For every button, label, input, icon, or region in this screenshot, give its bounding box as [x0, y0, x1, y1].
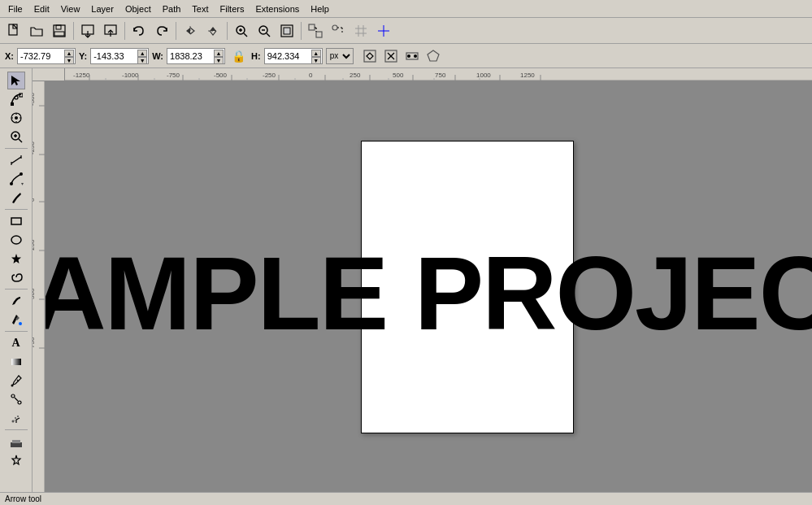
snap4-button[interactable]: [373, 20, 394, 41]
zoom-out-button[interactable]: [254, 20, 275, 41]
menu-edit[interactable]: Edit: [29, 2, 54, 15]
zoom-in-button[interactable]: [231, 20, 252, 41]
menu-filters[interactable]: Filters: [215, 2, 250, 15]
flip-h-button[interactable]: [180, 20, 201, 41]
gradient-tool[interactable]: [7, 353, 25, 371]
svg-text:1000: 1000: [476, 72, 491, 79]
w-spin-down[interactable]: ▼: [214, 57, 224, 64]
y-label: Y:: [79, 51, 87, 61]
zoom-fit-button[interactable]: [276, 20, 297, 41]
svg-line-45: [19, 139, 22, 142]
x-input[interactable]: [20, 51, 63, 61]
coordinate-toolbar: X: ▲ ▼ Y: ▲ ▼ W: ▲ ▼ 🔒 H: ▲ ▼ px mm cm: [0, 44, 812, 68]
svg-rect-31: [364, 50, 376, 62]
x-spin-up[interactable]: ▲: [64, 50, 74, 57]
calligraphy-tool[interactable]: [7, 189, 25, 207]
snap3-button[interactable]: [350, 20, 371, 41]
svg-point-65: [17, 416, 19, 417]
w-input[interactable]: [170, 51, 212, 61]
svg-rect-3: [56, 25, 61, 29]
star-tool[interactable]: [7, 250, 25, 268]
save-button[interactable]: [49, 20, 70, 41]
svg-rect-57: [11, 359, 21, 365]
node-edit-tool[interactable]: [7, 90, 25, 108]
snap1-button[interactable]: [305, 20, 326, 41]
svg-text:750: 750: [435, 72, 446, 79]
unit-selector[interactable]: px mm cm in: [326, 48, 354, 64]
paint-bucket-tool[interactable]: [7, 311, 25, 329]
spray-tool[interactable]: [7, 409, 25, 427]
dropper-tool2[interactable]: [7, 433, 25, 451]
menu-view[interactable]: View: [56, 2, 85, 15]
connector-tool[interactable]: [7, 390, 25, 408]
redo-button[interactable]: [151, 20, 172, 41]
snap2-button[interactable]: [328, 20, 349, 41]
undo-button[interactable]: [128, 20, 150, 41]
svg-text:0: 0: [309, 72, 313, 79]
svg-rect-40: [20, 94, 23, 97]
svg-text:250: 250: [350, 72, 361, 79]
canvas-text-element[interactable]: SAMPLE PROJECT: [46, 233, 812, 352]
menu-help[interactable]: Help: [306, 2, 334, 15]
measure-tool[interactable]: [7, 151, 25, 169]
svg-point-51: [20, 172, 23, 176]
transform-btn1[interactable]: [360, 47, 380, 65]
y-spin-down[interactable]: ▼: [137, 57, 147, 64]
w-spin-up[interactable]: ▲: [214, 50, 224, 57]
sep5: [301, 22, 302, 40]
y-input[interactable]: [93, 51, 136, 61]
h-spin-down[interactable]: ▼: [311, 57, 321, 64]
menu-layer[interactable]: Layer: [86, 2, 119, 15]
export-button[interactable]: [100, 20, 121, 41]
spiral-tool[interactable]: [7, 268, 25, 286]
tweak-tool[interactable]: [7, 109, 25, 127]
menu-text[interactable]: Text: [187, 2, 213, 15]
x-spin-down[interactable]: ▼: [64, 57, 74, 64]
svg-line-48: [11, 157, 21, 163]
new-button[interactable]: [3, 20, 24, 41]
svg-line-10: [244, 33, 247, 37]
import-button[interactable]: [77, 20, 98, 41]
eyedropper-tool[interactable]: [7, 372, 25, 390]
y-spin-up[interactable]: ▲: [137, 50, 147, 57]
sep2: [124, 22, 125, 40]
toolbox: ▾ A: [0, 68, 33, 492]
main-area: ▾ A: [0, 68, 812, 492]
zoom-tool[interactable]: [7, 128, 25, 146]
svg-text:1250: 1250: [520, 72, 535, 79]
pencil-tool[interactable]: [7, 292, 25, 310]
h-spin-up[interactable]: ▲: [311, 50, 321, 57]
transform-btn2[interactable]: [381, 47, 401, 65]
tool-sep2: [5, 209, 28, 210]
text-tool[interactable]: A: [7, 334, 25, 352]
ruler-corner: [33, 68, 65, 81]
svg-rect-18: [309, 24, 315, 30]
w-input-container: ▲ ▼: [167, 48, 225, 64]
content-area: -1250 -1000 -750 -500 -250 0 250 500: [33, 68, 812, 492]
status-bar: Arrow tool: [0, 492, 812, 505]
rect-tool[interactable]: [7, 212, 25, 230]
menu-path[interactable]: Path: [158, 2, 186, 15]
transform-btn3[interactable]: [402, 47, 422, 65]
horizontal-ruler: -1250 -1000 -750 -500 -250 0 250 500: [65, 68, 812, 81]
select-tool[interactable]: [7, 72, 25, 89]
h-input[interactable]: [267, 51, 310, 61]
ruler-row: -1250 -1000 -750 -500 -250 0 250 500: [33, 68, 812, 81]
sep4: [227, 22, 228, 40]
extra-tool[interactable]: [7, 451, 25, 469]
open-button[interactable]: [26, 20, 47, 41]
menu-extensions[interactable]: Extensions: [250, 2, 304, 15]
svg-text:-750: -750: [167, 72, 180, 79]
svg-text:250: 250: [33, 239, 36, 250]
flip-v-button[interactable]: [202, 20, 224, 41]
w-label: W:: [152, 51, 163, 61]
pen-tool[interactable]: ▾: [7, 170, 25, 188]
content-inner: -500 -250 0 250 500 750 S: [33, 81, 812, 492]
svg-point-66: [14, 420, 15, 421]
ellipse-tool[interactable]: [7, 231, 25, 249]
lock-dimensions-button[interactable]: 🔒: [228, 47, 248, 65]
canvas-area[interactable]: SAMPLE PROJECT: [46, 81, 812, 492]
menu-file[interactable]: File: [3, 2, 28, 15]
transform-btn4[interactable]: [423, 47, 443, 65]
menu-object[interactable]: Object: [120, 2, 156, 15]
